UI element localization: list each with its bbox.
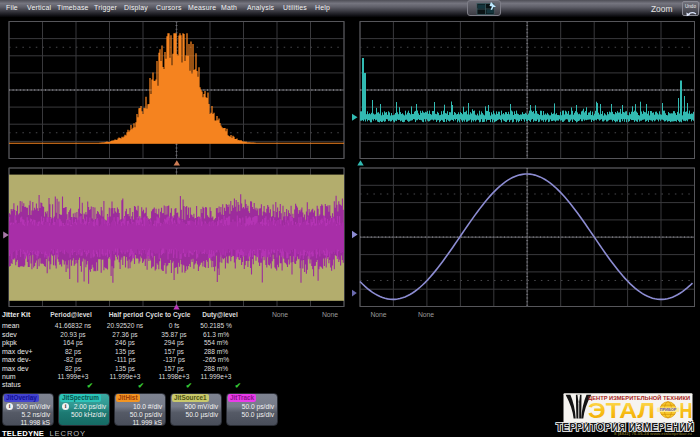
svg-text:Н: Н: [680, 399, 693, 423]
svg-text:8 (4822) 76-06-24 www.etalonp: 8 (4822) 76-06-24 www.etalonpribor.ru: [614, 431, 693, 436]
svg-text:ПРИБОР: ПРИБОР: [660, 407, 677, 412]
svg-text:ЭТАЛ: ЭТАЛ: [588, 399, 655, 423]
